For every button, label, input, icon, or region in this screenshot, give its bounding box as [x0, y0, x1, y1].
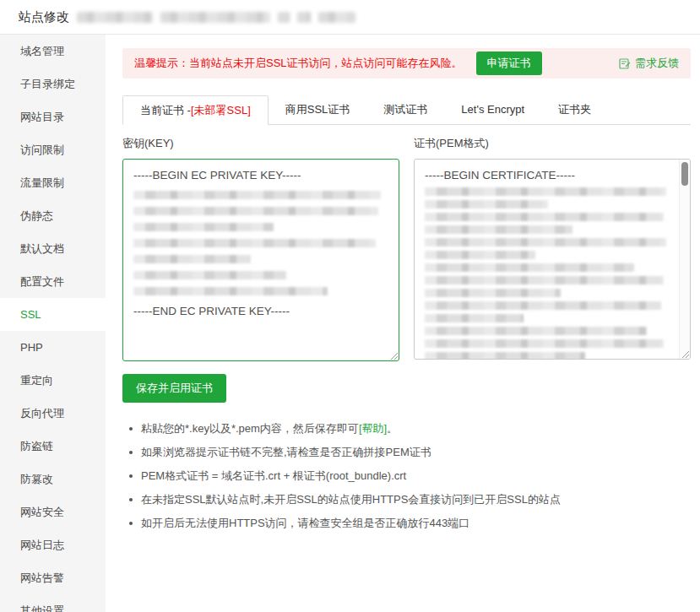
certificate-textarea[interactable]: -----BEGIN CERTIFICATE----- [414, 159, 691, 360]
sidebar-item-redirect[interactable]: 重定向 [0, 364, 106, 397]
tab-not-deployed-badge: [未部署SSL] [191, 104, 251, 116]
bullet-icon [129, 522, 133, 525]
redacted-site-domain [160, 12, 270, 23]
redacted-cert-line [425, 251, 535, 259]
save-and-enable-button[interactable]: 保存并启用证书 [122, 374, 226, 403]
redacted-key-line [133, 239, 376, 247]
ssl-settings-panel: 温馨提示：当前站点未开启SSL证书访问，站点访问可能存在风险。 申请证书 需求反… [106, 35, 700, 612]
redacted-key-line [133, 207, 378, 215]
sidebar-item-config-file[interactable]: 配置文件 [0, 265, 106, 298]
sidebar-item-site-alerts[interactable]: 网站告警 [0, 561, 106, 594]
bullet-icon [129, 474, 133, 478]
sidebar-item-access-limit[interactable]: 访问限制 [0, 133, 106, 166]
note-text: PEM格式证书 = 域名证书.crt + 根证书(root_bundle).cr… [141, 464, 406, 488]
sidebar-item-reverse-proxy[interactable]: 反向代理 [0, 397, 106, 430]
redacted-cert-line [425, 213, 664, 221]
sidebar-item-site-logs[interactable]: 网站日志 [0, 528, 106, 561]
redacted-site-name [77, 12, 153, 23]
redacted-key-line [133, 191, 381, 199]
note-text: 粘贴您的*.key以及*.pem内容，然后保存即可 [141, 422, 359, 435]
list-item: 粘贴您的*.key以及*.pem内容，然后保存即可[帮助]。 [129, 417, 691, 441]
cert-label: 证书(PEM格式) [414, 136, 691, 151]
redacted-cert-line [425, 352, 585, 360]
bullet-icon [129, 427, 133, 431]
note-suffix: 。 [387, 422, 398, 435]
apply-certificate-button[interactable]: 申请证书 [476, 51, 542, 75]
redacted-cert-line [425, 200, 548, 209]
page-title: 站点修改 [19, 9, 69, 25]
redacted-text [297, 12, 311, 23]
private-key-textarea[interactable]: -----BEGIN EC PRIVATE KEY----- -----END … [122, 159, 399, 361]
redacted-cert-line [425, 187, 666, 196]
help-notes: 粘贴您的*.key以及*.pem内容，然后保存即可[帮助]。 如果浏览器提示证书… [122, 417, 691, 535]
note-text: 如果浏览器提示证书链不完整,请检查是否正确拼接PEM证书 [141, 441, 431, 464]
tab-cert-folder[interactable]: 证书夹 [541, 95, 608, 124]
redacted-cert-line [425, 314, 524, 322]
note-text: 如开启后无法使用HTTPS访问，请检查安全组是否正确放行443端口 [141, 512, 469, 535]
help-link[interactable]: [帮助] [359, 422, 387, 435]
list-item: 在未指定SSL默认站点时,未开启SSL的站点使用HTTPS会直接访问到已开启SS… [129, 488, 691, 512]
redacted-cert-line [425, 327, 647, 335]
note-edit-icon [619, 57, 631, 69]
sidebar-item-traffic-limit[interactable]: 流量限制 [0, 166, 106, 199]
warning-message: 温馨提示：当前站点未开启SSL证书访问，站点访问可能存在风险。 [134, 56, 463, 71]
note-text: 在未指定SSL默认站点时,未开启SSL的站点使用HTTPS会直接访问到已开启SS… [141, 488, 561, 512]
list-item: PEM格式证书 = 域名证书.crt + 根证书(root_bundle).cr… [129, 464, 691, 488]
sidebar-item-ssl[interactable]: SSL [0, 298, 106, 331]
redacted-key-line [133, 271, 286, 279]
tab-current-cert-label: 当前证书 - [140, 104, 191, 116]
redacted-key-line [133, 223, 274, 231]
bullet-icon [129, 451, 133, 454]
tab-commercial-ssl[interactable]: 商用SSL证书 [269, 95, 367, 124]
scrollbar-thumb[interactable] [681, 162, 688, 186]
tab-test-cert[interactable]: 测试证书 [366, 95, 444, 124]
sidebar-item-site-security[interactable]: 网站安全 [0, 496, 106, 528]
window-header: 站点修改 [0, 0, 700, 35]
redacted-cert-line [425, 263, 634, 272]
sidebar-item-site-directory[interactable]: 网站目录 [0, 100, 106, 133]
sidebar-item-anti-leech[interactable]: 防盗链 [0, 430, 106, 463]
redacted-cert-line [425, 301, 661, 310]
ssl-warning-banner: 温馨提示：当前站点未开启SSL证书访问，站点访问可能存在风险。 申请证书 需求反… [122, 48, 691, 79]
list-item: 如开启后无法使用HTTPS访问，请检查安全组是否正确放行443端口 [129, 512, 691, 535]
sidebar-item-subdir-bind[interactable]: 子目录绑定 [0, 68, 106, 100]
pem-begin-line: -----BEGIN CERTIFICATE----- [425, 167, 671, 183]
pem-end-line: -----END EC PRIVATE KEY----- [133, 303, 388, 319]
redacted-cert-line [425, 225, 572, 234]
redacted-text [278, 12, 290, 23]
sidebar-item-other-settings[interactable]: 其他设置 [0, 594, 106, 612]
tab-current-cert[interactable]: 当前证书 -[未部署SSL] [122, 95, 269, 125]
redacted-key-line [133, 287, 328, 295]
redacted-cert-line [425, 339, 664, 348]
redacted-key-line [133, 255, 251, 263]
redacted-text [318, 12, 355, 23]
feedback-label: 需求反馈 [635, 56, 679, 71]
scrollbar-track[interactable] [679, 160, 690, 359]
sidebar-item-php[interactable]: PHP [0, 331, 106, 364]
sidebar-item-rewrite[interactable]: 伪静态 [0, 199, 106, 232]
certificate-tabs: 当前证书 -[未部署SSL] 商用SSL证书 测试证书 Let's Encryp… [122, 95, 691, 125]
bullet-icon [129, 498, 133, 501]
redacted-cert-line [425, 276, 664, 284]
certificate-editors: 密钥(KEY) -----BEGIN EC PRIVATE KEY----- -… [122, 136, 691, 361]
pem-begin-line: -----BEGIN EC PRIVATE KEY----- [133, 167, 388, 183]
resize-handle-icon[interactable] [389, 351, 398, 360]
settings-sidebar: 域名管理 子目录绑定 网站目录 访问限制 流量限制 伪静态 默认文档 配置文件 … [0, 35, 106, 612]
sidebar-item-anti-tamper[interactable]: 防篡改 [0, 463, 106, 496]
redacted-cert-line [425, 238, 666, 246]
key-label: 密钥(KEY) [122, 136, 399, 151]
sidebar-item-default-doc[interactable]: 默认文档 [0, 232, 106, 265]
feedback-link[interactable]: 需求反馈 [619, 56, 679, 71]
tab-lets-encrypt[interactable]: Let's Encrypt [444, 95, 541, 124]
redacted-cert-line [425, 289, 561, 297]
sidebar-item-domain-manage[interactable]: 域名管理 [0, 35, 106, 68]
list-item: 如果浏览器提示证书链不完整,请检查是否正确拼接PEM证书 [129, 441, 691, 464]
